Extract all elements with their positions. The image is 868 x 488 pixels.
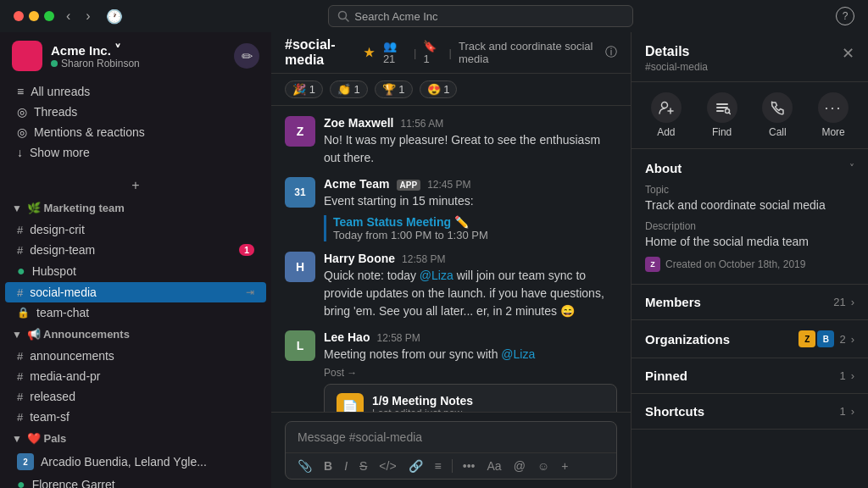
channel-hash-icon: # <box>17 391 23 403</box>
sidebar-item-media-and-pr[interactable]: # media-and-pr <box>5 366 266 386</box>
reaction-chip[interactable]: 🏆 1 <box>375 80 413 98</box>
strikethrough-button[interactable]: S <box>356 457 370 475</box>
message-author: Zoe Maxwell <box>324 116 393 130</box>
history-button[interactable]: 🕐 <box>103 7 126 26</box>
message-author: Harry Boone <box>324 252 395 265</box>
organizations-row-label: Organizations <box>645 332 730 347</box>
post-label[interactable]: Post → <box>324 367 617 379</box>
workspace-name[interactable]: Acme Inc. ˅ <box>51 42 225 58</box>
sidebar-item-florence[interactable]: ● Florence Garret <box>5 474 266 488</box>
find-action-icon <box>707 92 737 123</box>
list-button[interactable]: ≡ <box>431 457 445 475</box>
code-button[interactable]: </> <box>376 457 399 475</box>
svg-rect-6 <box>716 107 728 108</box>
message-item: Z Zoe Maxwell 11:56 AM No! It was my ple… <box>285 116 617 167</box>
members-row[interactable]: Members 21 › <box>632 285 868 320</box>
message-text: Quick note: today @Liza will join our te… <box>324 267 617 320</box>
forward-button[interactable]: › <box>82 7 93 25</box>
channel-info-button[interactable]: ⓘ <box>605 45 617 60</box>
notes-card[interactable]: 📄 1/9 Meeting Notes Last edited just now <box>324 384 617 412</box>
close-traffic-light[interactable] <box>14 11 24 21</box>
reaction-chip[interactable]: 😍 1 <box>420 80 458 98</box>
sidebar-item-hubspot[interactable]: ● Hubspot <box>5 260 266 282</box>
pals-group[interactable]: ▼ ❤️ Pals <box>0 427 271 450</box>
sidebar-item-released[interactable]: # released <box>5 386 266 407</box>
mention: @Liza <box>501 347 535 361</box>
event-time: Today from 1:00 PM to 1:30 PM <box>333 229 617 241</box>
file-button[interactable]: + <box>558 457 571 475</box>
shortcuts-row[interactable]: Shortcuts 1 › <box>632 394 868 430</box>
sidebar-item-team-sf[interactable]: # team-sf <box>5 407 266 427</box>
input-toolbar: 📎 B I S </> 🔗 ≡ ••• Aa @ ☺ + <box>286 452 616 479</box>
bookmarks-count: 🔖 1 <box>423 40 442 65</box>
svg-line-1 <box>346 19 349 22</box>
text-style-button[interactable]: Aa <box>484 457 505 475</box>
sidebar-item-team-chat[interactable]: 🔒 team-chat <box>5 302 266 323</box>
sidebar-item-show-more[interactable]: ↓ Show more <box>5 142 266 163</box>
more-action[interactable]: ··· More <box>818 92 849 138</box>
details-channel-ref: #social-media <box>645 61 708 73</box>
sidebar-item-announcements[interactable]: # announcements <box>5 346 266 366</box>
italic-button[interactable]: I <box>341 457 351 475</box>
reaction-chip[interactable]: 👏 1 <box>330 80 368 98</box>
chevron-right-icon: › <box>851 369 854 382</box>
event-title[interactable]: Team Status Meeting ✏️ <box>333 215 617 229</box>
notes-info: 1/9 Meeting Notes Last edited just now <box>372 394 604 412</box>
channel-hash-icon: # <box>17 286 23 299</box>
find-action[interactable]: Find <box>707 92 737 138</box>
message-item: 31 Acme Team APP 12:45 PM Event starting… <box>285 177 617 241</box>
sidebar-item-arcadio[interactable]: 2 Arcadio Buendia, Leland Ygle... <box>5 450 266 474</box>
avatar: H <box>285 252 315 282</box>
about-section-header[interactable]: About ˅ <box>645 161 854 175</box>
shortcuts-row-right: 1 › <box>839 405 854 418</box>
message-content: Lee Hao 12:58 PM Meeting notes from our … <box>324 330 617 412</box>
sidebar-item-design-team[interactable]: # design-team 1 <box>5 240 266 260</box>
reaction-chip[interactable]: 🎉 1 <box>285 80 323 98</box>
message-text: Event starting in 15 minutes: <box>324 192 617 210</box>
bookmark-icon: ⇥ <box>246 286 254 298</box>
organizations-row[interactable]: Organizations Z B 2 › <box>632 320 868 358</box>
channel-hash-icon: # <box>17 370 23 383</box>
add-action[interactable]: Add <box>651 92 682 138</box>
star-icon[interactable]: ★ <box>364 46 375 59</box>
sidebar-item-all-unreads[interactable]: ≡ All unreads <box>5 81 266 102</box>
topic-label: Topic <box>645 184 854 196</box>
attachment-button[interactable]: 📎 <box>294 457 315 475</box>
more-action-label: More <box>821 126 844 138</box>
message-input-box: 📎 B I S </> 🔗 ≡ ••• Aa @ ☺ + <box>285 421 617 480</box>
toolbar-separator <box>452 459 453 473</box>
mention-button[interactable]: @ <box>510 457 529 475</box>
add-icon: + <box>131 178 139 193</box>
call-action[interactable]: Call <box>762 92 793 138</box>
pinned-row[interactable]: Pinned 1 › <box>632 358 868 394</box>
sidebar-item-design-crit[interactable]: # design-crit <box>5 219 266 240</box>
sidebar-item-mentions[interactable]: ◎ Mentions & reactions <box>5 122 266 142</box>
search-placeholder: Search Acme Inc <box>354 10 437 23</box>
minimize-traffic-light[interactable] <box>29 11 39 21</box>
compose-button[interactable]: ✏ <box>234 43 259 69</box>
bold-button[interactable]: B <box>320 457 336 475</box>
details-panel: Details #social-media ✕ Add <box>631 32 868 488</box>
sidebar-item-threads[interactable]: ◎ Threads <box>5 102 266 122</box>
marketing-team-group[interactable]: ▼ 🌿 Marketing team <box>0 197 271 219</box>
org-avatars: Z B <box>798 330 834 347</box>
message-item: H Harry Boone 12:58 PM Quick note: today… <box>285 252 617 320</box>
add-channels-button[interactable]: + <box>0 175 271 197</box>
message-time: 12:45 PM <box>427 179 470 191</box>
details-header: Details #social-media ✕ <box>632 32 868 82</box>
sidebar-item-social-media[interactable]: # social-media ⇥ <box>5 282 266 302</box>
message-input[interactable] <box>286 422 616 452</box>
emoji-button[interactable]: ☺ <box>534 457 553 475</box>
message-time: 12:58 PM <box>376 332 420 344</box>
fullscreen-traffic-light[interactable] <box>44 11 54 21</box>
announcements-group[interactable]: ▼ 📢 Announcements <box>0 323 271 346</box>
channel-hash-icon: # <box>17 411 23 424</box>
find-action-label: Find <box>712 126 732 138</box>
more-formatting-button[interactable]: ••• <box>459 457 479 475</box>
back-button[interactable]: ‹ <box>63 7 74 25</box>
description-value: Home of the social media team <box>645 235 854 248</box>
close-details-button[interactable]: ✕ <box>842 44 854 63</box>
search-bar[interactable]: Search Acme Inc <box>328 5 633 27</box>
help-button[interactable]: ? <box>836 7 854 25</box>
link-button[interactable]: 🔗 <box>405 457 426 475</box>
